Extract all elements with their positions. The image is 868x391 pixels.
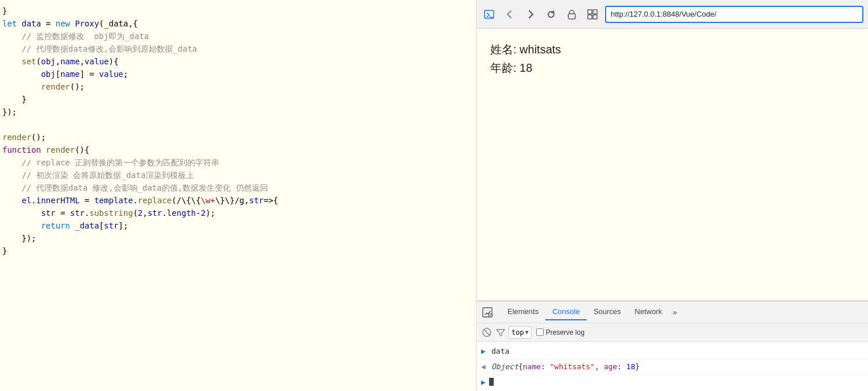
code-line-19: });	[0, 232, 476, 245]
svg-rect-3	[588, 10, 592, 14]
code-line-17: str = str.substring(2,str.length-2);	[0, 207, 476, 219]
browser-toolbar: http://127.0.0.1:8848/Vue/Code/	[476, 0, 868, 29]
code-line-1: }	[0, 5, 476, 17]
code-editor: } let data = new Proxy(_data,{ // 监控数据修改…	[0, 0, 476, 391]
code-line-18: return _data[str];	[0, 219, 476, 232]
svg-rect-6	[593, 15, 597, 19]
code-line-14: // 初次渲染 会将原始数据_data渲染到模板上	[0, 169, 476, 181]
code-line-8: }	[0, 93, 476, 106]
preserve-log-option: Preserve log	[536, 328, 584, 336]
code-line-4: // 代理数据data修改,会影响到原始数据_data	[0, 42, 476, 55]
console-caret: ▶	[481, 378, 486, 386]
code-line-10	[0, 118, 476, 131]
code-line-20: }	[0, 245, 476, 257]
console-object-label: Object	[491, 361, 518, 373]
url-bar[interactable]: http://127.0.0.1:8848/Vue/Code/	[605, 6, 863, 23]
context-dropdown-icon: ▼	[525, 329, 529, 335]
code-line-11: render();	[0, 131, 476, 144]
svg-rect-5	[588, 15, 592, 19]
console-output: ▶ data ◀ Object {name: "whitsats", age: …	[476, 342, 868, 391]
console-prompt-right: ▶	[481, 345, 488, 358]
console-prompt-left: ◀	[481, 361, 488, 373]
code-line-3: // 监控数据修改 obj即为_data	[0, 30, 476, 42]
code-line-15: // 代理数据data 修改,会影响_data的值,数据发生变化 仍然返回	[0, 181, 476, 194]
more-tabs-button[interactable]: »	[669, 305, 680, 319]
context-selector[interactable]: top ▼	[509, 326, 532, 339]
preserve-log-checkbox[interactable]	[536, 328, 544, 336]
console-data-text: data	[491, 345, 509, 358]
preserve-log-label: Preserve log	[546, 328, 584, 336]
preview-age: 年龄: 18	[490, 59, 854, 77]
svg-rect-2	[568, 14, 575, 19]
filter-icon[interactable]	[495, 327, 506, 338]
preview-name: 姓名: whitsats	[490, 40, 854, 59]
devtools-tabbar: Elements Console Sources Network »	[476, 301, 868, 323]
console-entry-object-output: ◀ Object {name: "whitsats", age: 18}	[476, 359, 868, 375]
console-input-line[interactable]: ▶	[476, 375, 868, 389]
forward-button[interactable]	[522, 6, 538, 22]
context-label: top	[512, 328, 524, 336]
inspector-icon[interactable]	[479, 304, 496, 321]
lock-icon	[564, 6, 580, 22]
code-line-6: obj[name] = value;	[0, 68, 476, 80]
console-object-content[interactable]: {name: "whitsats", age: 18}	[518, 361, 640, 373]
code-line-2: let data = new Proxy(_data,{	[0, 17, 476, 30]
console-entry-data-input: ▶ data	[476, 344, 868, 359]
tab-sources[interactable]: Sources	[587, 304, 628, 320]
console-toolbar: top ▼ Preserve log	[476, 323, 868, 342]
console-cursor	[489, 378, 494, 386]
code-line-5: set(obj,name,value){	[0, 55, 476, 68]
terminal-icon[interactable]	[481, 6, 497, 22]
refresh-button[interactable]	[543, 6, 559, 22]
extensions-icon[interactable]	[584, 6, 600, 22]
tab-network[interactable]: Network	[628, 304, 669, 320]
code-line-13: // replace 正则替换的第一个参数为匹配到的字符串	[0, 156, 476, 169]
code-line-9: });	[0, 106, 476, 118]
tab-elements[interactable]: Elements	[501, 304, 545, 320]
right-panel: http://127.0.0.1:8848/Vue/Code/ 姓名: whit…	[476, 0, 868, 391]
code-line-7: render();	[0, 80, 476, 93]
tab-console[interactable]: Console	[545, 304, 587, 320]
preview-area: 姓名: whitsats 年龄: 18	[476, 29, 868, 301]
svg-line-12	[484, 329, 490, 335]
svg-rect-4	[593, 10, 597, 14]
code-line-16: el.innerHTML = template.replace(/\{\{\w+…	[0, 194, 476, 207]
back-button[interactable]	[502, 6, 518, 22]
code-line-12: function render(){	[0, 144, 476, 156]
clear-console-icon[interactable]	[481, 327, 493, 338]
devtools-panel: Elements Console Sources Network »	[476, 301, 868, 391]
